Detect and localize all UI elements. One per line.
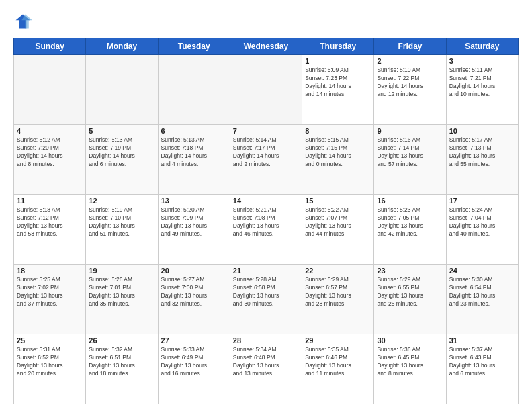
calendar-week-row: 11Sunrise: 5:18 AM Sunset: 7:12 PM Dayli… <box>14 195 519 265</box>
day-info: Sunrise: 5:34 AM Sunset: 6:48 PM Dayligh… <box>233 346 299 378</box>
calendar-cell: 23Sunrise: 5:29 AM Sunset: 6:55 PM Dayli… <box>374 265 446 334</box>
calendar-cell: 6Sunrise: 5:13 AM Sunset: 7:18 PM Daylig… <box>158 125 230 195</box>
calendar-cell: 24Sunrise: 5:30 AM Sunset: 6:54 PM Dayli… <box>446 265 518 334</box>
calendar-cell: 3Sunrise: 5:11 AM Sunset: 7:21 PM Daylig… <box>446 55 518 125</box>
calendar-cell: 16Sunrise: 5:23 AM Sunset: 7:05 PM Dayli… <box>374 195 446 265</box>
logo <box>13 12 35 31</box>
day-info: Sunrise: 5:19 AM Sunset: 7:10 PM Dayligh… <box>89 206 154 238</box>
day-number: 17 <box>449 197 515 205</box>
day-info: Sunrise: 5:26 AM Sunset: 7:01 PM Dayligh… <box>89 276 154 308</box>
day-number: 3 <box>449 57 515 65</box>
day-info: Sunrise: 5:35 AM Sunset: 6:46 PM Dayligh… <box>305 346 371 378</box>
day-number: 6 <box>161 127 227 135</box>
day-number: 24 <box>449 267 515 275</box>
day-info: Sunrise: 5:25 AM Sunset: 7:02 PM Dayligh… <box>17 276 83 308</box>
day-info: Sunrise: 5:32 AM Sunset: 6:51 PM Dayligh… <box>89 346 154 378</box>
page: SundayMondayTuesdayWednesdayThursdayFrid… <box>0 0 532 411</box>
day-number: 29 <box>305 336 371 345</box>
day-info: Sunrise: 5:31 AM Sunset: 6:52 PM Dayligh… <box>17 346 83 378</box>
day-info: Sunrise: 5:29 AM Sunset: 6:55 PM Dayligh… <box>377 276 443 308</box>
day-number: 18 <box>17 267 83 275</box>
day-number: 30 <box>377 336 443 345</box>
calendar-cell: 5Sunrise: 5:13 AM Sunset: 7:19 PM Daylig… <box>86 125 158 195</box>
day-info: Sunrise: 5:13 AM Sunset: 7:18 PM Dayligh… <box>161 136 227 169</box>
day-number: 10 <box>449 127 515 135</box>
day-info: Sunrise: 5:18 AM Sunset: 7:12 PM Dayligh… <box>17 206 83 238</box>
calendar-cell <box>14 55 86 125</box>
calendar-cell: 19Sunrise: 5:26 AM Sunset: 7:01 PM Dayli… <box>86 265 158 334</box>
calendar-cell: 20Sunrise: 5:27 AM Sunset: 7:00 PM Dayli… <box>158 265 230 334</box>
day-number: 27 <box>161 336 227 345</box>
day-number: 28 <box>233 336 299 345</box>
calendar-cell: 15Sunrise: 5:22 AM Sunset: 7:07 PM Dayli… <box>302 195 374 265</box>
day-number: 8 <box>305 127 371 135</box>
day-number: 25 <box>17 336 83 345</box>
day-number: 21 <box>233 267 299 275</box>
calendar-cell: 9Sunrise: 5:16 AM Sunset: 7:14 PM Daylig… <box>374 125 446 195</box>
day-number: 12 <box>89 197 154 205</box>
calendar-cell: 29Sunrise: 5:35 AM Sunset: 6:46 PM Dayli… <box>302 334 374 404</box>
calendar-cell: 26Sunrise: 5:32 AM Sunset: 6:51 PM Dayli… <box>86 334 158 404</box>
day-number: 22 <box>305 267 371 275</box>
calendar-cell: 11Sunrise: 5:18 AM Sunset: 7:12 PM Dayli… <box>14 195 86 265</box>
day-info: Sunrise: 5:23 AM Sunset: 7:05 PM Dayligh… <box>377 206 443 238</box>
day-number: 5 <box>89 127 154 135</box>
day-info: Sunrise: 5:13 AM Sunset: 7:19 PM Dayligh… <box>89 136 154 169</box>
calendar-day-header: Friday <box>374 38 446 55</box>
day-info: Sunrise: 5:15 AM Sunset: 7:15 PM Dayligh… <box>305 136 371 169</box>
day-info: Sunrise: 5:11 AM Sunset: 7:21 PM Dayligh… <box>449 66 515 99</box>
day-number: 15 <box>305 197 371 205</box>
day-number: 19 <box>89 267 154 275</box>
calendar-table: SundayMondayTuesdayWednesdayThursdayFrid… <box>13 38 519 404</box>
calendar-cell: 25Sunrise: 5:31 AM Sunset: 6:52 PM Dayli… <box>14 334 86 404</box>
calendar-day-header: Wednesday <box>230 38 302 55</box>
day-number: 11 <box>17 197 83 205</box>
day-info: Sunrise: 5:09 AM Sunset: 7:23 PM Dayligh… <box>305 66 371 99</box>
day-number: 20 <box>161 267 227 275</box>
day-info: Sunrise: 5:21 AM Sunset: 7:08 PM Dayligh… <box>233 206 299 238</box>
calendar-cell: 31Sunrise: 5:37 AM Sunset: 6:43 PM Dayli… <box>446 334 518 404</box>
calendar-cell: 14Sunrise: 5:21 AM Sunset: 7:08 PM Dayli… <box>230 195 302 265</box>
calendar-week-row: 18Sunrise: 5:25 AM Sunset: 7:02 PM Dayli… <box>14 265 519 334</box>
calendar-cell <box>158 55 230 125</box>
calendar-cell: 22Sunrise: 5:29 AM Sunset: 6:57 PM Dayli… <box>302 265 374 334</box>
calendar-day-header: Thursday <box>302 38 374 55</box>
day-number: 1 <box>305 57 371 65</box>
calendar-cell: 8Sunrise: 5:15 AM Sunset: 7:15 PM Daylig… <box>302 125 374 195</box>
day-info: Sunrise: 5:12 AM Sunset: 7:20 PM Dayligh… <box>17 136 83 169</box>
calendar-cell <box>230 55 302 125</box>
calendar-week-row: 25Sunrise: 5:31 AM Sunset: 6:52 PM Dayli… <box>14 334 519 404</box>
calendar-cell: 4Sunrise: 5:12 AM Sunset: 7:20 PM Daylig… <box>14 125 86 195</box>
day-number: 13 <box>161 197 227 205</box>
calendar-cell: 10Sunrise: 5:17 AM Sunset: 7:13 PM Dayli… <box>446 125 518 195</box>
day-info: Sunrise: 5:30 AM Sunset: 6:54 PM Dayligh… <box>449 276 515 308</box>
calendar-cell: 21Sunrise: 5:28 AM Sunset: 6:58 PM Dayli… <box>230 265 302 334</box>
calendar-cell: 12Sunrise: 5:19 AM Sunset: 7:10 PM Dayli… <box>86 195 158 265</box>
calendar-cell: 7Sunrise: 5:14 AM Sunset: 7:17 PM Daylig… <box>230 125 302 195</box>
day-info: Sunrise: 5:17 AM Sunset: 7:13 PM Dayligh… <box>449 136 515 169</box>
day-info: Sunrise: 5:20 AM Sunset: 7:09 PM Dayligh… <box>161 206 227 238</box>
calendar-cell: 13Sunrise: 5:20 AM Sunset: 7:09 PM Dayli… <box>158 195 230 265</box>
day-info: Sunrise: 5:24 AM Sunset: 7:04 PM Dayligh… <box>449 206 515 238</box>
calendar-cell: 28Sunrise: 5:34 AM Sunset: 6:48 PM Dayli… <box>230 334 302 404</box>
day-number: 2 <box>377 57 443 65</box>
calendar-cell: 2Sunrise: 5:10 AM Sunset: 7:22 PM Daylig… <box>374 55 446 125</box>
day-number: 26 <box>89 336 154 345</box>
calendar-cell: 18Sunrise: 5:25 AM Sunset: 7:02 PM Dayli… <box>14 265 86 334</box>
calendar-week-row: 4Sunrise: 5:12 AM Sunset: 7:20 PM Daylig… <box>14 125 519 195</box>
day-info: Sunrise: 5:16 AM Sunset: 7:14 PM Dayligh… <box>377 136 443 169</box>
day-info: Sunrise: 5:37 AM Sunset: 6:43 PM Dayligh… <box>449 346 515 378</box>
calendar-header-row: SundayMondayTuesdayWednesdayThursdayFrid… <box>14 38 519 55</box>
day-number: 23 <box>377 267 443 275</box>
calendar-day-header: Sunday <box>14 38 86 55</box>
header <box>13 12 519 31</box>
day-info: Sunrise: 5:33 AM Sunset: 6:49 PM Dayligh… <box>161 346 227 378</box>
day-number: 9 <box>377 127 443 135</box>
day-info: Sunrise: 5:27 AM Sunset: 7:00 PM Dayligh… <box>161 276 227 308</box>
day-info: Sunrise: 5:10 AM Sunset: 7:22 PM Dayligh… <box>377 66 443 99</box>
logo-icon <box>13 12 32 31</box>
calendar-cell: 30Sunrise: 5:36 AM Sunset: 6:45 PM Dayli… <box>374 334 446 404</box>
day-number: 16 <box>377 197 443 205</box>
calendar-day-header: Monday <box>86 38 158 55</box>
calendar-day-header: Tuesday <box>158 38 230 55</box>
